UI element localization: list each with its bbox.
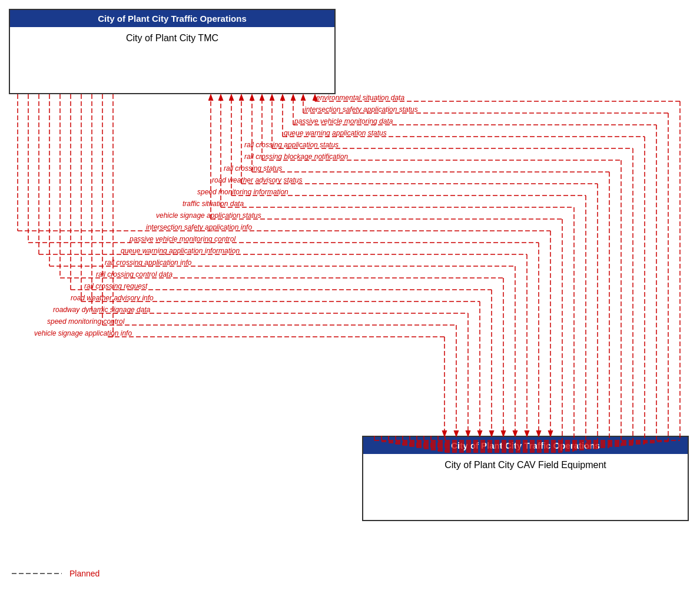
svg-text:rail crossing application info: rail crossing application info <box>105 258 192 267</box>
svg-text:intersection safety applicatio: intersection safety application status <box>304 105 418 114</box>
svg-text:vehicle signage application in: vehicle signage application info <box>34 329 132 337</box>
svg-text:passive vehicle monitoring con: passive vehicle monitoring control <box>129 235 235 243</box>
svg-text:rail crossing blockage notific: rail crossing blockage notification <box>244 153 348 161</box>
svg-text:road weather advisory status: road weather advisory status <box>212 176 302 184</box>
svg-text:intersection safety applicatio: intersection safety application info <box>146 223 252 231</box>
svg-text:rail crossing application stat: rail crossing application status <box>244 141 339 149</box>
svg-text:passive vehicle monitoring dat: passive vehicle monitoring data <box>294 117 393 125</box>
legend-planned-label: Planned <box>69 569 99 578</box>
legend-planned: Planned <box>12 569 99 578</box>
svg-text:rail crossing control data: rail crossing control data <box>96 270 172 279</box>
diagram-svg: environmental situation data intersectio… <box>0 0 700 590</box>
legend: Planned <box>12 569 99 578</box>
svg-text:environmental situation data: environmental situation data <box>316 94 404 102</box>
svg-text:queue warning application info: queue warning application information <box>121 247 240 255</box>
svg-text:roadway dynamic signage data: roadway dynamic signage data <box>53 306 151 314</box>
svg-text:traffic situation data: traffic situation data <box>183 200 244 208</box>
svg-text:vehicle signage application st: vehicle signage application status <box>156 211 261 220</box>
svg-text:queue warning application stat: queue warning application status <box>284 129 387 137</box>
svg-text:road weather advisory info: road weather advisory info <box>71 294 154 302</box>
diagram-container: City of Plant City Traffic Operations Ci… <box>0 0 700 590</box>
legend-line-icon <box>12 569 65 578</box>
svg-text:rail crossing request: rail crossing request <box>84 282 148 290</box>
svg-text:rail crossing status: rail crossing status <box>224 164 282 173</box>
